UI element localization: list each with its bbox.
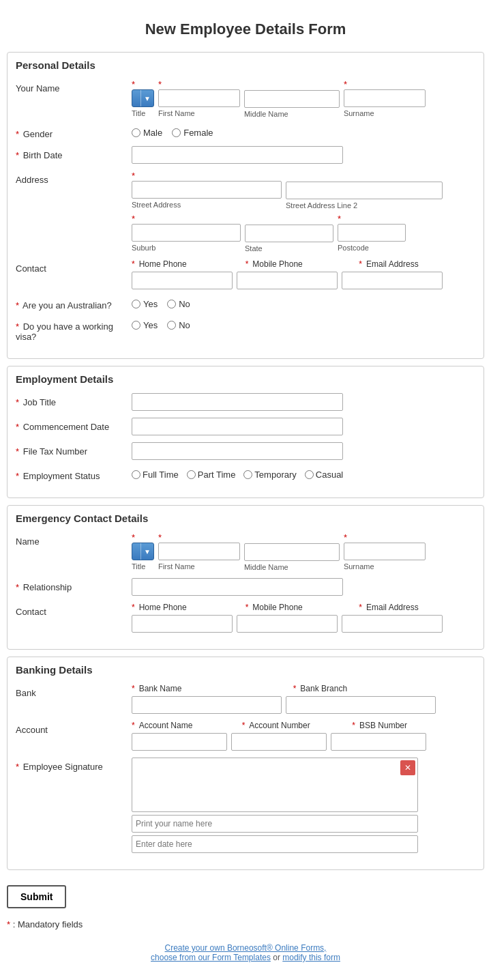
banking-section-title: Banking Details bbox=[16, 664, 475, 676]
australian-no-option[interactable]: No bbox=[167, 299, 190, 309]
contact-inputs-row bbox=[132, 272, 443, 289]
visa-yes-radio[interactable] bbox=[132, 321, 140, 330]
visa-no-radio[interactable] bbox=[167, 321, 176, 330]
australian-no-radio[interactable] bbox=[167, 300, 176, 308]
state-input[interactable] bbox=[245, 225, 333, 242]
job-title-label-text: Job Title bbox=[23, 397, 56, 407]
temporary-option[interactable]: Temporary bbox=[243, 470, 296, 480]
fulltime-radio[interactable] bbox=[132, 470, 140, 479]
commencement-label: * Commencement Date bbox=[16, 418, 132, 432]
account-inputs bbox=[132, 733, 426, 751]
birthdate-row: * Birth Date bbox=[16, 146, 475, 164]
middlename-input[interactable] bbox=[244, 90, 340, 108]
mobilephone-input[interactable] bbox=[237, 272, 338, 289]
gender-female-radio[interactable] bbox=[172, 128, 181, 137]
emerg-homephone-input[interactable] bbox=[132, 615, 233, 633]
emerg-title-dropdown[interactable]: ▼ bbox=[132, 543, 154, 560]
your-name-fields: * ▼ Title * First Name Middle Name * Sur… bbox=[132, 79, 475, 118]
address-line2-row: * Suburb State * Postcode bbox=[132, 214, 475, 253]
commencement-input[interactable] bbox=[132, 418, 343, 435]
australian-label: * Are you an Australian? bbox=[16, 296, 132, 311]
emergency-contact-labels: * Home Phone * Mobile Phone * Email Addr… bbox=[132, 603, 443, 612]
homephone-label-text: Home Phone bbox=[139, 259, 241, 269]
fulltime-label: Full Time bbox=[143, 470, 179, 480]
street1-input[interactable] bbox=[132, 181, 282, 199]
homephone-input[interactable] bbox=[132, 272, 233, 289]
australian-yes-option[interactable]: Yes bbox=[132, 299, 158, 309]
emerg-surname-req: * bbox=[344, 532, 426, 543]
file-tax-input[interactable] bbox=[132, 442, 343, 460]
casual-radio[interactable] bbox=[305, 470, 314, 479]
file-tax-label: * File Tax Number bbox=[16, 442, 132, 457]
mobilephone-label-text: Mobile Phone bbox=[252, 259, 355, 269]
bankbranch-input[interactable] bbox=[286, 696, 436, 714]
print-name-input[interactable] bbox=[132, 815, 418, 833]
gender-male-option[interactable]: Male bbox=[132, 128, 162, 138]
visa-no-option[interactable]: No bbox=[167, 320, 190, 330]
relationship-label-text: Relationship bbox=[23, 582, 72, 592]
parttime-radio[interactable] bbox=[187, 470, 196, 479]
accountnumber-input[interactable] bbox=[231, 733, 327, 751]
suburb-label: Suburb bbox=[132, 244, 241, 252]
bankname-input[interactable] bbox=[132, 696, 282, 714]
australian-radio-group: Yes No bbox=[132, 296, 190, 309]
australian-yes-radio[interactable] bbox=[132, 300, 140, 308]
emergency-section-title: Emergency Contact Details bbox=[16, 513, 475, 524]
firstname-input[interactable] bbox=[158, 89, 240, 107]
email-req: * bbox=[359, 259, 362, 269]
birthdate-field bbox=[132, 146, 343, 164]
signature-label: * Employee Signature bbox=[16, 758, 132, 772]
birthdate-label: * Birth Date bbox=[16, 146, 132, 160]
surname-input[interactable] bbox=[344, 89, 426, 107]
footer-line2: choose from our Form Templates or modify… bbox=[7, 953, 484, 962]
emergency-contact-row: Contact * Home Phone * Mobile Phone * Em… bbox=[16, 603, 475, 633]
email-input[interactable] bbox=[342, 272, 443, 289]
job-title-row: * Job Title bbox=[16, 393, 475, 411]
visa-yes-option[interactable]: Yes bbox=[132, 320, 158, 330]
emerg-middlename-input[interactable] bbox=[244, 543, 340, 561]
footer-link2[interactable]: choose from our Form Templates bbox=[151, 953, 271, 962]
casual-label: Casual bbox=[316, 470, 343, 480]
employment-status-group: Full Time Part Time Temporary Casual bbox=[132, 467, 343, 480]
date-input[interactable] bbox=[132, 835, 418, 853]
footer-or-text: or bbox=[273, 953, 282, 962]
footer-link3[interactable]: modify this form bbox=[282, 953, 340, 962]
temporary-radio[interactable] bbox=[243, 470, 252, 479]
firstname-field-unit: * First Name bbox=[158, 79, 240, 118]
job-title-input[interactable] bbox=[132, 393, 343, 411]
australian-yes-label: Yes bbox=[143, 299, 158, 309]
address-fields: * Street Address Street Address Line 2 *… bbox=[132, 171, 475, 253]
temporary-label: Temporary bbox=[254, 470, 296, 480]
relationship-input[interactable] bbox=[132, 578, 343, 596]
postcode-input[interactable] bbox=[338, 224, 406, 242]
accountname-req: * bbox=[132, 721, 135, 730]
signature-canvas[interactable]: ✕ bbox=[132, 758, 418, 812]
emergency-contact-inputs bbox=[132, 615, 443, 633]
emerg-middlename-unit: Middle Name bbox=[244, 532, 340, 571]
account-row: Account * Account Name * Account Number … bbox=[16, 721, 475, 751]
gender-male-radio[interactable] bbox=[132, 128, 140, 137]
fulltime-option[interactable]: Full Time bbox=[132, 470, 179, 480]
submit-button[interactable]: Submit bbox=[7, 885, 66, 908]
suburb-input[interactable] bbox=[132, 224, 241, 242]
working-visa-label-text: Do you have a working visa? bbox=[16, 321, 113, 342]
surname-field-unit: * Surname bbox=[344, 79, 426, 118]
bsbnumber-input[interactable] bbox=[331, 733, 426, 751]
street2-input[interactable] bbox=[286, 182, 443, 199]
birthdate-input[interactable] bbox=[132, 146, 343, 164]
bank-row: Bank * Bank Name * Bank Branch bbox=[16, 684, 475, 714]
parttime-option[interactable]: Part Time bbox=[187, 470, 236, 480]
accountnumber-req: * bbox=[242, 721, 246, 730]
emerg-firstname-input[interactable] bbox=[158, 543, 240, 560]
casual-option[interactable]: Casual bbox=[305, 470, 343, 480]
title-dropdown-button[interactable]: ▼ bbox=[132, 89, 154, 107]
your-name-label: Your Name bbox=[16, 79, 132, 93]
emerg-mobilephone-input[interactable] bbox=[237, 615, 338, 633]
accountname-input[interactable] bbox=[132, 733, 227, 751]
emerg-email-input[interactable] bbox=[342, 615, 443, 633]
gender-female-option[interactable]: Female bbox=[172, 128, 213, 138]
emerg-surname-input[interactable] bbox=[344, 543, 426, 560]
gender-radio-group: Male Female bbox=[132, 125, 213, 138]
signature-clear-button[interactable]: ✕ bbox=[400, 760, 415, 775]
footer-link1[interactable]: Create your own Borneosoft® Online Forms… bbox=[165, 943, 327, 953]
